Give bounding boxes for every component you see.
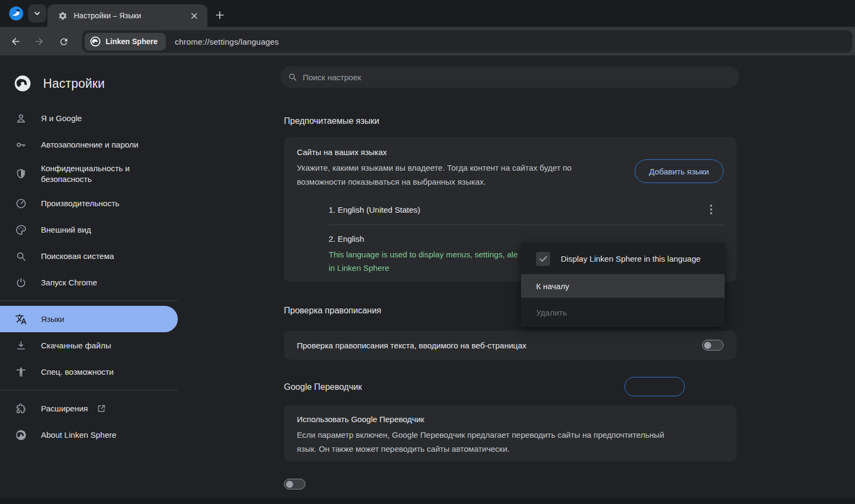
menu-item-label: Display Linken Sphere in this language [561,254,700,263]
accessibility-icon [15,366,27,378]
menu-item-delete-disabled: Удалить [521,298,725,327]
sidebar-nav: Я и Google Автозаполнение и пароли Конфи… [0,105,178,448]
sidebar-item-label: Я и Google [41,113,82,124]
sidebar-item-label: Спец. возможности [41,367,114,377]
menu-item-move-to-top[interactable]: К началу [521,274,725,298]
sidebar-item-accessibility[interactable]: Спец. возможности [0,359,178,385]
sidebar-item-label: Расширения [41,403,88,414]
close-icon [191,12,198,19]
language-row-1: 1. English (United States) [284,194,736,225]
new-tab-button[interactable] [211,6,228,24]
sidebar-divider [0,300,178,301]
translate-card: Использовать Google Переводчик Если пара… [284,405,736,461]
forward-button[interactable] [29,31,50,52]
translate-icon [15,313,27,325]
settings-sidebar: Настройки Я и Google Автозаполнение и па… [0,55,178,448]
key-icon [15,139,27,151]
bottom-edge [0,498,855,504]
back-arrow-icon [10,36,21,47]
plus-icon [216,11,224,19]
sidebar-item-downloads[interactable]: Скачанные файлы [0,332,178,359]
sidebar-item-label: Запуск Chrome [41,277,97,288]
person-icon [15,113,27,124]
reload-icon [59,37,69,47]
speedometer-icon [15,198,27,209]
sidebar-item-label: About Linken Sphere [41,430,116,440]
kebab-menu-icon [710,205,712,214]
language-label: 1. English (United States) [329,205,702,214]
settings-app-logo-icon [14,75,31,92]
toolbar: Linken Sphere chrome://settings/language… [0,27,855,55]
spellcheck-row-label: Проверка правописания текста, вводимого … [297,341,702,350]
sidebar-item-autofill[interactable]: Автозаполнение и пароли [0,131,178,158]
section-title-spellcheck: Проверка правописания [284,306,381,316]
shield-icon [15,168,27,180]
sidebar-item-languages[interactable]: Языки [0,306,178,332]
sidebar-divider [0,390,178,390]
chevron-down-icon [33,10,41,17]
sidebar-item-label: Внешний вид [41,225,91,235]
translate-row-title: Использовать Google Переводчик [297,414,724,425]
linken-sphere-logo-icon [90,36,101,47]
settings-header: Настройки [0,55,178,97]
tab-close-button[interactable] [188,10,200,22]
language-menu-button[interactable] [702,200,720,219]
sidebar-item-label: Автозаполнение и пароли [41,139,138,150]
sidebar-item-performance[interactable]: Производительность [0,190,178,216]
address-bar[interactable]: Linken Sphere chrome://settings/language… [82,30,852,53]
language-context-menu: Display Linken Sphere in this language К… [521,243,725,327]
toggle-knob [286,481,293,488]
sidebar-item-about[interactable]: About Linken Sphere [0,422,178,448]
tab-bar: Настройки – Языки [0,0,855,27]
sidebar-item-label: Поисковая система [41,251,114,262]
sidebar-item-label: Языки [41,314,64,325]
translate-desc-line1: Если параметр включен, Google Переводчик… [297,428,724,442]
obscured-focused-button[interactable] [624,377,685,396]
puzzle-icon [15,403,27,415]
download-icon [15,340,27,352]
check-icon [539,256,547,262]
language-label: 2. English [329,234,724,243]
checkbox-checked [536,252,550,266]
sidebar-item-search-engine[interactable]: Поисковая система [0,243,178,269]
reload-button[interactable] [53,31,74,52]
section-title-translate: Google Переводчик [284,382,362,392]
sidebar-item-appearance[interactable]: Внешний вид [0,216,178,243]
sidebar-item-extensions[interactable]: Расширения [0,395,178,422]
sidebar-item-label: Конфиденциальность и безопасность [41,163,157,185]
search-input[interactable] [303,73,703,82]
external-link-icon [96,404,106,414]
browser-logo-icon [9,6,24,21]
search-icon [15,250,27,262]
site-info-chip[interactable]: Linken Sphere [85,33,166,51]
page-title: Настройки [43,76,105,91]
menu-item-display-language[interactable]: Display Linken Sphere in this language [521,243,725,274]
tab-search-button[interactable] [28,4,46,23]
palette-icon [15,224,27,236]
active-tab[interactable]: Настройки – Языки [47,4,207,27]
site-chip-label: Linken Sphere [106,37,157,46]
settings-gear-icon [58,11,67,20]
forward-arrow-icon [34,36,45,47]
translate-toggle-off[interactable] [284,479,305,489]
spellcheck-toggle-off[interactable] [702,340,724,351]
sidebar-item-privacy[interactable]: Конфиденциальность и безопасность [0,158,178,190]
tab-title: Настройки – Языки [74,11,188,20]
power-icon [15,277,27,289]
url-text: chrome://settings/languages [175,37,279,46]
languages-card-title: Сайты на ваших языках [297,147,724,158]
spellcheck-card: Проверка правописания текста, вводимого … [284,331,736,360]
search-icon [288,72,297,82]
sidebar-item-on-startup[interactable]: Запуск Chrome [0,269,178,296]
sidebar-item-label: Скачанные файлы [41,340,111,351]
add-languages-button[interactable]: Добавить языки [635,159,724,183]
toggle-knob [704,342,711,349]
back-button[interactable] [5,31,26,52]
sidebar-item-you-and-google[interactable]: Я и Google [0,105,178,131]
translate-desc-line2: язык. Он также может переводить сайты ав… [297,442,724,456]
section-title-languages: Предпочитаемые языки [284,116,379,126]
sidebar-item-label: Производительность [41,198,120,209]
linken-sphere-about-icon [15,429,27,441]
settings-search[interactable] [280,66,739,88]
